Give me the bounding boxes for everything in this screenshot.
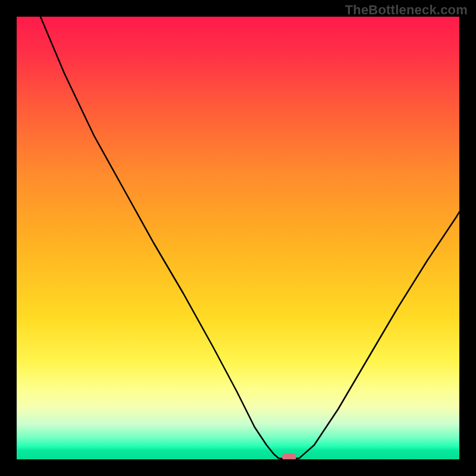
- optimal-marker: [282, 453, 296, 459]
- watermark-text: TheBottleneck.com: [345, 2, 468, 18]
- plot-area: [17, 17, 459, 459]
- chart-frame: TheBottleneck.com: [0, 0, 476, 476]
- bottleneck-curve: [17, 17, 459, 459]
